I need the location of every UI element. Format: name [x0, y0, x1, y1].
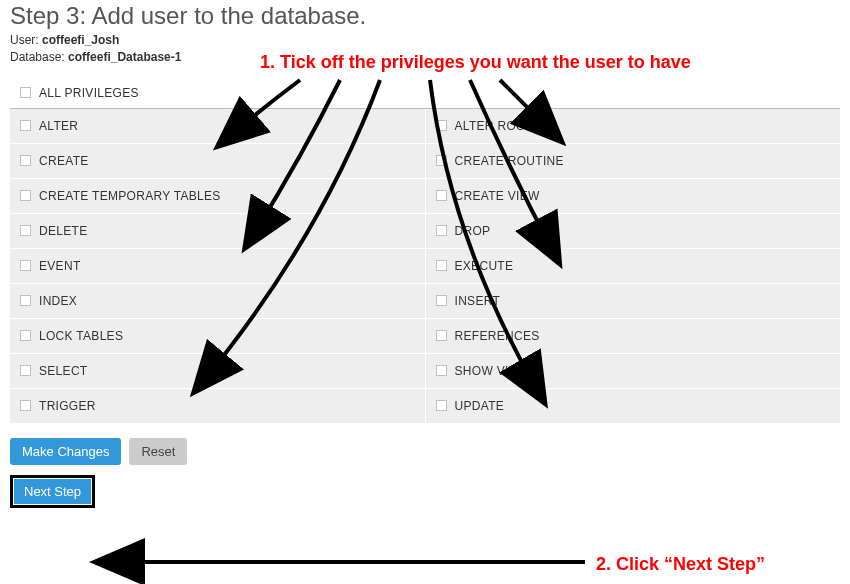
priv-cell: ALTER ROUTINE [426, 109, 841, 143]
all-privileges-label: ALL PRIVILEGES [39, 86, 139, 100]
make-changes-button[interactable]: Make Changes [10, 438, 121, 465]
checkbox-create-temp-tables[interactable] [20, 190, 31, 201]
checkbox-update[interactable] [436, 400, 447, 411]
checkbox-trigger[interactable] [20, 400, 31, 411]
priv-cell: CREATE VIEW [426, 179, 841, 213]
priv-label-create-view: CREATE VIEW [455, 189, 540, 203]
priv-cell: REFERENCES [426, 319, 841, 353]
checkbox-event[interactable] [20, 260, 31, 271]
priv-cell: CREATE ROUTINE [426, 144, 841, 178]
priv-label-index: INDEX [39, 294, 77, 308]
priv-label-drop: DROP [455, 224, 491, 238]
priv-cell: INDEX [10, 284, 425, 318]
priv-label-create: CREATE [39, 154, 89, 168]
priv-label-trigger: TRIGGER [39, 399, 96, 413]
priv-cell: SHOW VIEW [426, 354, 841, 388]
step-title: Step 3: Add user to the database. [10, 2, 840, 30]
checkbox-all-privileges[interactable] [20, 87, 31, 98]
priv-label-lock-tables: LOCK TABLES [39, 329, 123, 343]
priv-cell: UPDATE [426, 389, 841, 423]
priv-cell: EVENT [10, 249, 425, 283]
priv-label-alter: ALTER [39, 119, 78, 133]
priv-cell: ALTER [10, 109, 425, 143]
priv-cell: SELECT [10, 354, 425, 388]
checkbox-lock-tables[interactable] [20, 330, 31, 341]
checkbox-drop[interactable] [436, 225, 447, 236]
checkbox-create-view[interactable] [436, 190, 447, 201]
priv-label-update: UPDATE [455, 399, 505, 413]
checkbox-select[interactable] [20, 365, 31, 376]
checkbox-delete[interactable] [20, 225, 31, 236]
checkbox-create-routine[interactable] [436, 155, 447, 166]
priv-label-references: REFERENCES [455, 329, 540, 343]
priv-label-delete: DELETE [39, 224, 87, 238]
priv-label-insert: INSERT [455, 294, 501, 308]
priv-label-show-view: SHOW VIEW [455, 364, 529, 378]
db-value: coffeefi_Database-1 [68, 50, 181, 64]
priv-label-alter-routine: ALTER ROUTINE [455, 119, 554, 133]
priv-cell: DROP [426, 214, 841, 248]
annotation-click-next: 2. Click “Next Step” [596, 554, 765, 575]
priv-cell: INSERT [426, 284, 841, 318]
all-privileges-row: ALL PRIVILEGES [10, 86, 840, 109]
db-label: Database: [10, 50, 65, 64]
checkbox-index[interactable] [20, 295, 31, 306]
privileges-table: ALL PRIVILEGES ALTER ALTER ROUTINE CREAT… [10, 86, 840, 424]
checkbox-create[interactable] [20, 155, 31, 166]
priv-label-create-temp-tables: CREATE TEMPORARY TABLES [39, 189, 221, 203]
user-label: User: [10, 33, 39, 47]
priv-cell: EXECUTE [426, 249, 841, 283]
next-step-highlight: Next Step [10, 475, 95, 508]
db-meta: Database: coffeefi_Database-1 [10, 49, 840, 66]
checkbox-insert[interactable] [436, 295, 447, 306]
priv-label-create-routine: CREATE ROUTINE [455, 154, 564, 168]
checkbox-execute[interactable] [436, 260, 447, 271]
reset-button[interactable]: Reset [129, 438, 187, 465]
priv-label-select: SELECT [39, 364, 87, 378]
checkbox-alter[interactable] [20, 120, 31, 131]
priv-label-event: EVENT [39, 259, 81, 273]
checkbox-references[interactable] [436, 330, 447, 341]
user-meta: User: coffeefi_Josh [10, 32, 840, 49]
priv-label-execute: EXECUTE [455, 259, 514, 273]
priv-cell: TRIGGER [10, 389, 425, 423]
next-step-button[interactable]: Next Step [14, 479, 91, 504]
priv-cell: CREATE [10, 144, 425, 178]
priv-cell: DELETE [10, 214, 425, 248]
priv-cell: CREATE TEMPORARY TABLES [10, 179, 425, 213]
priv-cell: LOCK TABLES [10, 319, 425, 353]
checkbox-alter-routine[interactable] [436, 120, 447, 131]
checkbox-show-view[interactable] [436, 365, 447, 376]
user-value: coffeefi_Josh [42, 33, 119, 47]
